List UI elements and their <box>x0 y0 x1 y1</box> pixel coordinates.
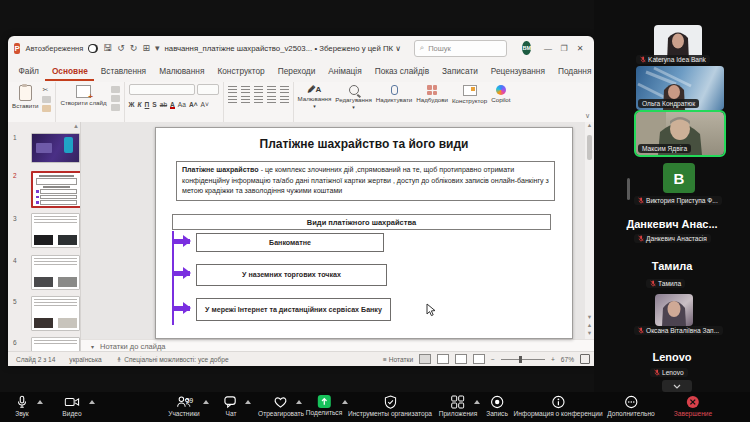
types-header-box[interactable]: Види платіжного шахрайства <box>172 214 551 230</box>
layout-icon[interactable] <box>111 86 120 93</box>
font-size-dropdown[interactable] <box>197 84 219 95</box>
chat-caret-icon[interactable] <box>245 400 251 404</box>
participant-display-name[interactable]: Данкевич Анас... <box>594 218 750 230</box>
slide-scrollbar[interactable]: ▲ ▼ ▲ ▼ <box>585 122 594 339</box>
previous-slide-icon[interactable]: ▲ <box>587 322 592 329</box>
zoom-level[interactable]: 67% <box>561 356 574 363</box>
addins-button[interactable]: Надбудови Надбудови <box>416 84 448 103</box>
scrollbar-thumb[interactable] <box>587 135 592 160</box>
more-button[interactable]: Дополнительно <box>607 395 654 417</box>
record-meeting-button[interactable]: Запись <box>486 395 508 417</box>
undo-icon[interactable]: ↺ <box>117 43 125 53</box>
participants-caret-icon[interactable] <box>203 400 209 404</box>
align-right-icon[interactable] <box>254 96 263 103</box>
font-color-button[interactable]: A <box>170 101 175 108</box>
tab-draw[interactable]: Малювання <box>153 61 211 81</box>
bold-button[interactable]: Ж <box>129 101 135 108</box>
slide-thumbnail-2-selected[interactable] <box>31 171 81 208</box>
text-direction-icon[interactable] <box>280 96 289 103</box>
grow-font-button[interactable]: A˄ <box>189 101 198 108</box>
participant-display-name[interactable]: Lenovo <box>594 351 750 363</box>
format-painter-icon[interactable] <box>42 105 51 112</box>
save-icon[interactable]: 🖫 <box>103 43 112 53</box>
participants-button[interactable]: Участники 59 <box>168 395 200 417</box>
normal-view-button[interactable] <box>419 354 431 364</box>
zoom-slider[interactable] <box>501 359 545 360</box>
search-input[interactable]: ⌕ Пошук <box>414 40 507 57</box>
reading-view-button[interactable] <box>455 354 467 364</box>
font-name-dropdown[interactable] <box>129 84 195 95</box>
host-tools-button[interactable]: Инструменты организатора <box>348 395 432 417</box>
italic-button[interactable]: К <box>138 101 142 108</box>
designer-button[interactable]: Конструктор <box>452 84 487 104</box>
video-button[interactable]: Видео <box>62 395 81 417</box>
participant-display-name[interactable]: Тамила <box>594 260 750 272</box>
slide-canvas[interactable]: Платіжне шахрайство та його види Платіжн… <box>81 122 585 339</box>
cut-icon[interactable]: ✂ <box>42 86 51 94</box>
end-meeting-button[interactable]: Завершение <box>674 395 712 417</box>
tab-review[interactable]: Рецензування <box>484 61 551 81</box>
redo-icon[interactable]: ↻ <box>130 43 138 53</box>
slide-sorter-view-button[interactable] <box>437 354 449 364</box>
audio-button[interactable]: Звук <box>15 395 29 417</box>
tab-design[interactable]: Конструктор <box>211 61 271 81</box>
slide-title[interactable]: Платіжне шахрайство та його види <box>156 137 572 151</box>
tab-animations[interactable]: Анімація <box>322 61 368 81</box>
section-icon[interactable] <box>111 104 120 111</box>
scroll-down-icon[interactable]: ▼ <box>587 314 592 321</box>
next-slide-icon[interactable]: ▼ <box>587 330 592 337</box>
apps-button[interactable]: Приложения <box>439 395 478 417</box>
type-item-box[interactable]: Банкоматне <box>196 233 384 252</box>
accessibility-status[interactable]: 🛉 Спеціальні можливості: усе добре <box>116 356 229 363</box>
zoom-slider-thumb[interactable] <box>519 356 522 363</box>
numbering-icon[interactable] <box>241 86 250 93</box>
align-left-icon[interactable] <box>228 96 237 103</box>
slideshow-view-button[interactable] <box>473 354 485 364</box>
slide-thumbnail-4[interactable] <box>31 255 80 290</box>
slide-2[interactable]: Платіжне шахрайство та його види Платіжн… <box>155 127 573 339</box>
tab-transitions[interactable]: Переходи <box>271 61 322 81</box>
apps-caret-icon[interactable] <box>474 400 480 404</box>
underline-button[interactable]: П <box>145 101 150 108</box>
align-center-icon[interactable] <box>241 96 250 103</box>
close-button[interactable]: ✕ <box>572 44 588 53</box>
slide-thumbnail-panel[interactable]: ▲ 1 2 3 4 <box>8 122 81 352</box>
line-spacing-icon[interactable] <box>267 86 276 93</box>
language-button[interactable]: українська <box>69 356 101 363</box>
participant-avatar[interactable] <box>655 294 693 326</box>
react-caret-icon[interactable] <box>296 400 302 404</box>
slide-thumbnail-1[interactable] <box>31 133 80 163</box>
editing-button[interactable]: Редагування▾ <box>335 84 371 110</box>
zoom-in-button[interactable]: + <box>551 356 555 363</box>
video-caret-icon[interactable] <box>89 400 95 404</box>
tab-home[interactable]: Основне <box>45 61 94 81</box>
paste-button[interactable]: Вставити <box>12 84 38 109</box>
slide-thumbnail-3[interactable] <box>31 213 80 248</box>
copilot-button[interactable]: Copilot <box>491 84 510 103</box>
justify-icon[interactable] <box>267 96 276 103</box>
participant-initial-tile[interactable]: B <box>663 163 695 193</box>
char-spacing-button[interactable]: Aa <box>178 101 186 108</box>
qat-customize-icon[interactable]: ▾ <box>155 43 160 53</box>
definition-textbox[interactable]: Платіжне шахрайство - це комплекс злочин… <box>176 161 555 201</box>
columns-icon[interactable] <box>280 86 289 93</box>
shrink-font-button[interactable]: A˅ <box>201 101 209 108</box>
restore-button[interactable]: ❐ <box>556 44 572 53</box>
notes-toggle-button[interactable]: ≡ Нотатки <box>383 356 413 363</box>
tab-record[interactable]: Записати <box>436 61 485 81</box>
tab-view[interactable]: Подання <box>551 61 598 81</box>
scroll-up-icon[interactable]: ▲ <box>587 122 592 129</box>
shadow-button[interactable]: S <box>152 101 156 108</box>
notes-splitter-icon[interactable]: ▾ <box>91 343 94 350</box>
participants-scrollbar[interactable] <box>627 178 630 200</box>
indent-icon[interactable] <box>254 86 263 93</box>
share-screen-button[interactable]: Поделиться <box>306 395 342 416</box>
react-button[interactable]: Отреагировать <box>258 395 304 417</box>
fit-slide-button[interactable] <box>580 354 590 364</box>
slide-thumbnail-5[interactable] <box>31 296 80 331</box>
tab-insert[interactable]: Вставлення <box>94 61 152 81</box>
tab-file[interactable]: Файл <box>12 61 45 81</box>
chat-button[interactable]: Чат <box>224 395 239 417</box>
slide-thumbnail-6[interactable] <box>31 337 80 352</box>
dictate-button[interactable]: Надиктувати Голос <box>376 84 413 103</box>
